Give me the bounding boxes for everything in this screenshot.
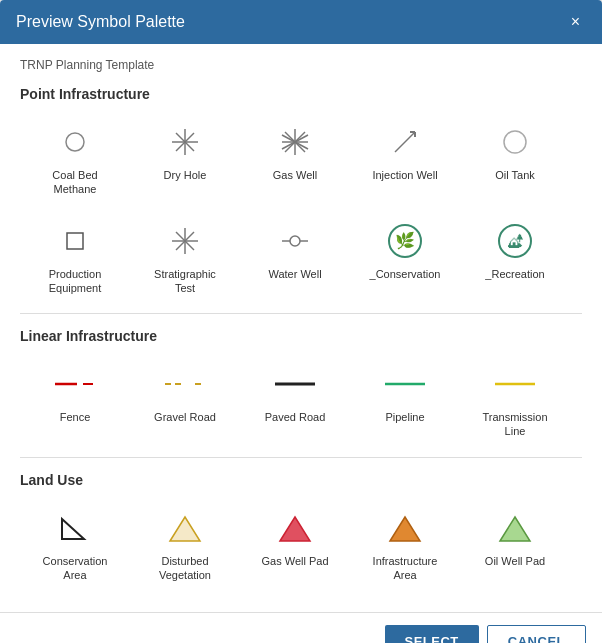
section-title-linear: Linear Infrastructure — [20, 328, 582, 344]
section-title-point: Point Infrastructure — [20, 86, 582, 102]
svg-text:🌿: 🌿 — [395, 231, 415, 250]
divider-2 — [20, 457, 582, 458]
oil-well-pad-icon — [495, 508, 535, 548]
symbol-recreation-point: 🏕 _Recreation — [460, 213, 570, 304]
production-equipment-icon — [55, 221, 95, 261]
cancel-button[interactable]: CANCEL — [487, 625, 586, 643]
oil-tank-svg — [500, 127, 530, 157]
coal-bed-methane-icon — [55, 122, 95, 162]
symbol-dry-hole: Dry Hole — [130, 114, 240, 205]
symbol-paved-road: Paved Road — [240, 356, 350, 447]
symbol-oil-well-pad: Oil Well Pad — [460, 500, 570, 591]
conservation-point-icon: 🌿 — [385, 221, 425, 261]
infrastructure-area-icon — [385, 508, 425, 548]
svg-marker-39 — [390, 517, 420, 541]
paved-road-label: Paved Road — [265, 410, 326, 424]
gas-well-pad-svg — [276, 511, 314, 545]
paved-road-svg — [275, 374, 315, 394]
symbol-disturbed-vegetation: DisturbedVegetation — [130, 500, 240, 591]
close-button[interactable]: × — [565, 12, 586, 32]
conservation-point-label: _Conservation — [370, 267, 441, 281]
coal-bed-methane-label: Coal BedMethane — [52, 168, 97, 197]
disturbed-veg-svg — [166, 511, 204, 545]
divider-1 — [20, 313, 582, 314]
recreation-point-icon: 🏕 — [495, 221, 535, 261]
select-button[interactable]: SELECT — [385, 625, 479, 643]
gas-well-label: Gas Well — [273, 168, 317, 182]
injection-well-svg — [390, 127, 420, 157]
template-name: TRNP Planning Template — [20, 58, 582, 72]
symbol-gas-well: Gas Well — [240, 114, 350, 205]
gravel-road-label: Gravel Road — [154, 410, 216, 424]
svg-point-20 — [290, 236, 300, 246]
water-well-svg — [280, 226, 310, 256]
water-well-icon — [275, 221, 315, 261]
symbol-infrastructure-area: InfrastructureArea — [350, 500, 460, 591]
svg-rect-15 — [67, 233, 83, 249]
infrastructure-area-label: InfrastructureArea — [373, 554, 438, 583]
symbol-gravel-road: Gravel Road — [130, 356, 240, 447]
conservation-area-svg — [56, 511, 94, 545]
production-equipment-label: ProductionEquipment — [49, 267, 102, 296]
injection-well-label: Injection Well — [372, 168, 437, 182]
svg-text:🏕: 🏕 — [508, 233, 523, 250]
dialog-footer: SELECT CANCEL — [0, 612, 602, 643]
recreation-svg: 🏕 — [496, 222, 534, 260]
dialog-header: Preview Symbol Palette × — [0, 0, 602, 44]
svg-point-0 — [66, 133, 84, 151]
symbol-pipeline: Pipeline — [350, 356, 460, 447]
transmission-svg — [495, 374, 535, 394]
svg-marker-40 — [500, 517, 530, 541]
water-well-label: Water Well — [268, 267, 321, 281]
pipeline-icon — [385, 364, 425, 404]
oil-well-pad-label: Oil Well Pad — [485, 554, 545, 568]
transmission-line-icon — [495, 364, 535, 404]
svg-marker-38 — [280, 517, 310, 541]
conservation-svg: 🌿 — [386, 222, 424, 260]
svg-marker-36 — [62, 519, 84, 539]
gravel-road-icon — [165, 364, 205, 404]
recreation-point-label: _Recreation — [485, 267, 544, 281]
transmission-line-label: TransmissionLine — [483, 410, 548, 439]
fence-svg — [55, 374, 95, 394]
production-equipment-svg — [60, 226, 90, 256]
dry-hole-svg — [170, 127, 200, 157]
symbol-conservation-area: ConservationArea — [20, 500, 130, 591]
fence-label: Fence — [60, 410, 91, 424]
section-title-landuse: Land Use — [20, 472, 582, 488]
svg-line-11 — [395, 132, 415, 152]
pipeline-svg — [385, 374, 425, 394]
symbol-transmission-line: TransmissionLine — [460, 356, 570, 447]
stratigraphic-test-icon — [165, 221, 205, 261]
symbol-gas-well-pad: Gas Well Pad — [240, 500, 350, 591]
stratigraphic-test-label: StratigraphicTest — [154, 267, 216, 296]
cbm-svg — [60, 127, 90, 157]
symbol-injection-well: Injection Well — [350, 114, 460, 205]
point-symbol-grid: Coal BedMethane Dry Hole — [20, 114, 582, 303]
symbol-stratigraphic-test: StratigraphicTest — [130, 213, 240, 304]
disturbed-vegetation-label: DisturbedVegetation — [159, 554, 211, 583]
gas-well-icon — [275, 122, 315, 162]
symbol-water-well: Water Well — [240, 213, 350, 304]
dialog-body: TRNP Planning Template Point Infrastruct… — [0, 44, 602, 612]
injection-well-icon — [385, 122, 425, 162]
stratigraphic-test-svg — [170, 226, 200, 256]
symbol-oil-tank: Oil Tank — [460, 114, 570, 205]
symbol-fence: Fence — [20, 356, 130, 447]
disturbed-vegetation-icon — [165, 508, 205, 548]
gravel-road-svg — [165, 374, 205, 394]
symbol-coal-bed-methane: Coal BedMethane — [20, 114, 130, 205]
symbol-conservation-point: 🌿 _Conservation — [350, 213, 460, 304]
dry-hole-icon — [165, 122, 205, 162]
oil-tank-label: Oil Tank — [495, 168, 535, 182]
gas-well-svg — [280, 127, 310, 157]
gas-well-pad-icon — [275, 508, 315, 548]
infra-area-svg — [386, 511, 424, 545]
landuse-symbol-grid: ConservationArea DisturbedVegetation Gas… — [20, 500, 582, 591]
linear-symbol-grid: Fence Gravel Road Paved Road — [20, 356, 582, 447]
fence-line-icon — [55, 364, 95, 404]
gas-well-pad-label: Gas Well Pad — [261, 554, 328, 568]
conservation-area-icon — [55, 508, 95, 548]
svg-marker-37 — [170, 517, 200, 541]
oil-tank-icon — [495, 122, 535, 162]
